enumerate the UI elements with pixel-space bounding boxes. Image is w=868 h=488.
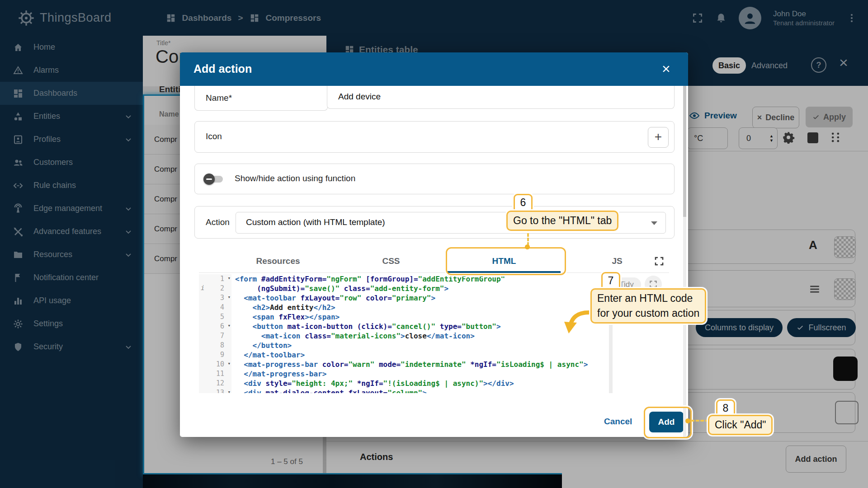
fold-arrow-icon[interactable]: ▾ (227, 361, 231, 366)
icon-add-button[interactable]: + (648, 127, 669, 148)
gutter-line-number[interactable]: 1▾ (199, 274, 231, 284)
dialog-close-icon[interactable]: × (662, 61, 670, 77)
action-select-value: Custom action (with HTML template) (246, 217, 385, 227)
name-field-label-box: Name* (194, 86, 328, 111)
code-line[interactable]: </mat-toolbar> (235, 350, 612, 360)
gutter-line-number[interactable]: 7 (199, 331, 231, 341)
code-line[interactable]: </button> (235, 341, 612, 350)
code-line[interactable]: <mat-toolbar fxLayout="row" color="prima… (235, 293, 612, 303)
code-line[interactable]: <form #addEntityForm="ngForm" [formGroup… (235, 274, 612, 284)
gutter-line-number[interactable]: 11 (199, 369, 231, 379)
connector-step8 (691, 420, 709, 422)
fold-arrow-icon[interactable]: ▾ (227, 323, 231, 328)
code-line[interactable]: <div style="height: 4px;" *ngIf="!(isLoa… (235, 379, 612, 388)
gutter-line-number[interactable]: 9 (199, 350, 231, 360)
show-hide-toggle-row: Show/hide action using function (194, 164, 675, 194)
icon-field[interactable]: Icon + (194, 121, 675, 153)
connector-dot-step8 (685, 418, 690, 423)
code-line[interactable]: <div mat-dialog-content fxLayout="column… (235, 388, 612, 393)
callout-step7: Enter an HTML codefor your custom action (590, 288, 706, 324)
callout-step8: Click "Add" (708, 415, 773, 435)
fold-arrow-icon[interactable]: ▾ (227, 275, 231, 281)
lint-info-icon: i (201, 284, 204, 291)
gutter-line-number[interactable]: 5 (199, 312, 231, 322)
code-line[interactable]: <mat-icon class="material-icons">close</… (235, 331, 612, 341)
name-field-label: Name* (206, 93, 232, 103)
gutter-line-number[interactable]: 13▾ (199, 388, 231, 393)
name-input[interactable]: Add device (327, 86, 675, 109)
dialog-scrollbar-thumb[interactable] (683, 86, 686, 217)
gutter-line-number[interactable]: 4 (199, 303, 231, 312)
select-caret-icon (651, 221, 657, 225)
code-line[interactable]: <h2>Add entity</h2> (235, 303, 612, 312)
editor-gutter: 1▾i23▾456▾78910▾111213▾ (199, 274, 231, 393)
tab-css[interactable]: CSS (335, 250, 448, 272)
show-hide-toggle[interactable] (205, 176, 223, 183)
gutter-line-number[interactable]: 10▾ (199, 360, 231, 369)
connector-step6 (527, 229, 529, 246)
action-field-label: Action (206, 217, 230, 227)
gutter-line-number[interactable]: 6▾ (199, 322, 231, 331)
highlight-html-tab (446, 247, 566, 275)
add-action-dialog: Add action × Name* Add device Icon + Sho… (180, 52, 688, 437)
editor-tabs: ResourcesCSSHTMLJS (199, 250, 669, 273)
gutter-line-number[interactable]: i2 (199, 284, 231, 293)
editor-code[interactable]: <form #addEntityForm="ngForm" [formGroup… (231, 274, 612, 393)
screen: ThingsBoard Dashboards > Compressors Joh… (0, 0, 868, 488)
code-line[interactable]: (ngSubmit)="save()" class="add-entity-fo… (235, 284, 612, 293)
tabs-expand-icon[interactable] (654, 256, 665, 267)
highlight-add-button (644, 407, 692, 438)
html-code-editor[interactable]: 1▾i23▾456▾78910▾111213▾ <form #addEntity… (199, 274, 612, 393)
callout-step6: Go to the "HTML" tab (506, 211, 618, 231)
toggle-thumb (203, 174, 215, 185)
fold-arrow-icon[interactable]: ▾ (227, 294, 231, 300)
expand-corners-icon (649, 280, 658, 289)
cancel-button[interactable]: Cancel (604, 417, 632, 427)
dialog-title: Add action (193, 62, 252, 75)
code-line[interactable]: <button mat-icon-button (click)="cancel(… (235, 322, 612, 331)
gutter-line-number[interactable]: 3▾ (199, 293, 231, 303)
name-input-value: Add device (338, 92, 381, 101)
dialog-header: Add action × (180, 52, 688, 86)
connector-dot-step6 (525, 244, 530, 249)
tab-resources[interactable]: Resources (222, 250, 335, 272)
gutter-line-number[interactable]: 12 (199, 379, 231, 388)
code-line[interactable]: </mat-progress-bar> (235, 369, 612, 379)
step-badge-6: 6 (514, 194, 533, 213)
code-line[interactable]: <mat-progress-bar color="warn" mode="ind… (235, 360, 612, 369)
gutter-line-number[interactable]: 8 (199, 341, 231, 350)
icon-field-label: Icon (206, 131, 222, 141)
toggle-label: Show/hide action using function (235, 174, 355, 183)
fold-arrow-icon[interactable]: ▾ (227, 389, 231, 393)
code-line[interactable]: <span fxFlex></span> (235, 312, 612, 322)
